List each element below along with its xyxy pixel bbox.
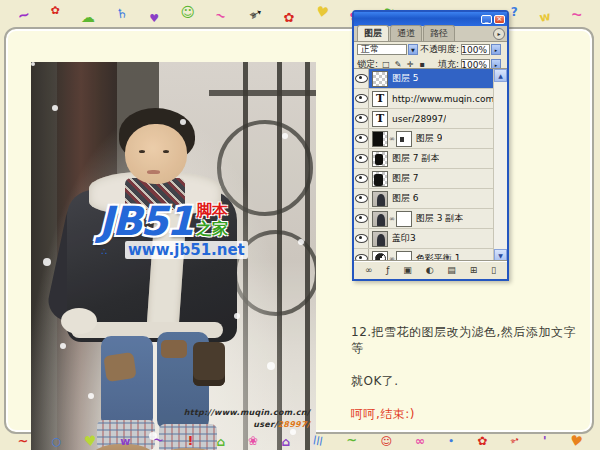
layer-thumbnail[interactable] <box>372 171 388 187</box>
visibility-eye-icon[interactable] <box>354 69 369 88</box>
layer-name[interactable]: 图层 7 <box>392 172 419 185</box>
chevron-down-icon[interactable]: ▼ <box>408 44 418 55</box>
delete-layer-icon[interactable]: ▯ <box>491 266 496 275</box>
scroll-up-icon[interactable]: ▲ <box>494 69 507 82</box>
layer-thumbnail[interactable] <box>372 71 388 87</box>
layer-style-icon[interactable]: ƒ <box>386 266 389 275</box>
close-icon[interactable]: × <box>494 15 505 24</box>
doodle-glyph: ' <box>543 434 547 447</box>
doodle-glyph: ➳ <box>509 434 521 447</box>
doodle-glyph: ~ <box>153 432 166 446</box>
layer-name[interactable]: http://www.muqin.com.cn... <box>392 94 493 104</box>
blend-mode-select[interactable]: 正常 <box>357 44 407 55</box>
instruction-line-1: 12.把雪花的图层改为滤色,然后添加文字等 <box>351 324 586 356</box>
layer-name[interactable]: 图层 5 <box>392 72 419 85</box>
layer-thumbnail[interactable] <box>372 151 388 167</box>
minimize-icon[interactable]: _ <box>481 15 492 24</box>
paw-icon: ∴ <box>101 246 107 257</box>
doodle-glyph: ○ <box>52 436 62 447</box>
opacity-input[interactable]: 100% <box>461 44 490 55</box>
layer-name[interactable]: user/28997/ <box>392 114 446 124</box>
panel-tabs: 图层 通道 路径 ▸ <box>354 26 507 42</box>
doodle-glyph: ✿ <box>51 5 60 16</box>
layer-row[interactable]: 盖印3 <box>354 229 493 249</box>
doodle-glyph: ☁ <box>81 10 95 24</box>
layer-row[interactable]: 图层 5 <box>354 69 493 89</box>
panel-menu-icon[interactable]: ▸ <box>493 28 505 40</box>
layer-name[interactable]: 图层 3 副本 <box>416 212 463 225</box>
blend-mode-row: 正常 ▼ 不透明度: 100% ▸ <box>354 42 507 57</box>
doodle-glyph: ? <box>511 6 518 18</box>
new-layer-icon[interactable]: ⊞ <box>470 266 478 275</box>
doodle-glyph: ||| <box>313 435 324 446</box>
doodle-glyph: • <box>448 437 454 446</box>
layers-list: 图层 5 T http://www.muqin.com.cn... T user… <box>354 69 493 262</box>
doodle-glyph: ✿ <box>477 435 487 447</box>
credit-user-id: 28997/ <box>277 420 310 429</box>
layer-row[interactable]: 图层 7 <box>354 169 493 189</box>
photo-credit: http://www.muqin.com.cn/ user/28997/ <box>184 407 310 431</box>
doodle-glyph: ♥ <box>84 433 98 448</box>
visibility-eye-icon[interactable] <box>354 189 369 208</box>
layer-row[interactable]: 图层 7 副本 <box>354 149 493 169</box>
layers-scrollbar[interactable]: ▲ ▼ <box>493 69 507 262</box>
tab-paths[interactable]: 路径 <box>423 25 455 41</box>
layer-row[interactable]: ∞ 图层 9 <box>354 129 493 149</box>
layer-name[interactable]: 图层 9 <box>416 132 443 145</box>
add-layer-mask-icon[interactable]: ▣ <box>403 266 412 275</box>
link-mask-icon: ∞ <box>389 215 395 223</box>
layer-name[interactable]: 盖印3 <box>392 232 416 245</box>
panel-titlebar[interactable]: _ × <box>354 12 507 26</box>
layer-row[interactable]: 图层 6 <box>354 189 493 209</box>
doodle-glyph: ~ <box>214 7 229 23</box>
layer-row[interactable]: T user/28997/ <box>354 109 493 129</box>
new-group-icon[interactable]: ▤ <box>447 266 456 275</box>
visibility-eye-icon[interactable] <box>354 169 369 188</box>
visibility-eye-icon[interactable] <box>354 129 369 148</box>
layer-mask-thumbnail[interactable] <box>396 211 412 227</box>
layer-name[interactable]: 图层 7 副本 <box>392 152 439 165</box>
instruction-line-2: 就OK了. <box>351 373 586 389</box>
doodle-glyph: ♥ <box>315 4 330 20</box>
layer-thumbnail[interactable]: T <box>372 91 388 107</box>
layers-panel: _ × 图层 通道 路径 ▸ 正常 ▼ 不透明度: 100% ▸ 锁定: □✎✛… <box>352 10 509 281</box>
opacity-spinner-icon[interactable]: ▸ <box>491 44 501 55</box>
layer-thumbnail[interactable] <box>372 131 388 147</box>
doodle-glyph: ✿ <box>283 11 294 24</box>
doodle-glyph: ~ <box>15 7 31 25</box>
watermark-url: www.jb51.net <box>125 241 248 259</box>
visibility-eye-icon[interactable] <box>354 229 369 248</box>
doodle-glyph: ☺ <box>181 5 196 19</box>
visibility-eye-icon[interactable] <box>354 149 369 168</box>
snow-dots <box>31 62 35 66</box>
visibility-eye-icon[interactable] <box>354 209 369 228</box>
layer-mask-thumbnail[interactable] <box>396 131 412 147</box>
doodle-strip-top: ~✿☁♄♥☺~➳✿♥✿~✗☁∞?w~ <box>0 0 600 27</box>
visibility-eye-icon[interactable] <box>354 89 369 108</box>
doodle-glyph: ♥ <box>149 13 159 24</box>
link-layers-icon[interactable]: ∞ <box>365 266 373 275</box>
layer-thumbnail[interactable]: T <box>372 111 388 127</box>
watermark-sub1: 脚本 <box>196 202 228 220</box>
layer-row[interactable]: T http://www.muqin.com.cn... <box>354 89 493 109</box>
new-adjustment-layer-icon[interactable]: ◐ <box>426 266 434 275</box>
credit-url: http://www.muqin.com.cn/ <box>184 407 310 419</box>
doodle-glyph: ~ <box>346 433 357 446</box>
layer-name[interactable]: 图层 6 <box>392 192 419 205</box>
link-mask-icon: ∞ <box>389 135 395 143</box>
layer-thumbnail[interactable] <box>372 231 388 247</box>
layer-row[interactable]: ∞ 图层 3 副本 <box>354 209 493 229</box>
tab-layers[interactable]: 图层 <box>357 25 389 41</box>
doodle-glyph: ~ <box>18 434 29 447</box>
layer-thumbnail[interactable] <box>372 191 388 207</box>
credit-user-prefix: user/ <box>253 420 277 429</box>
doodle-glyph: w <box>120 436 130 447</box>
layers-list-wrap: 图层 5 T http://www.muqin.com.cn... T user… <box>354 68 507 262</box>
watermark-sub2: 之家 <box>196 220 228 238</box>
doodle-glyph: ⌂ <box>217 436 226 448</box>
visibility-eye-icon[interactable] <box>354 109 369 128</box>
tab-channels[interactable]: 通道 <box>390 25 422 41</box>
doodle-glyph: w <box>539 10 552 24</box>
tutorial-photo: JB51 脚本 之家 ∴ www.jb51.net http://www.muq… <box>31 62 316 450</box>
layer-thumbnail[interactable] <box>372 211 388 227</box>
